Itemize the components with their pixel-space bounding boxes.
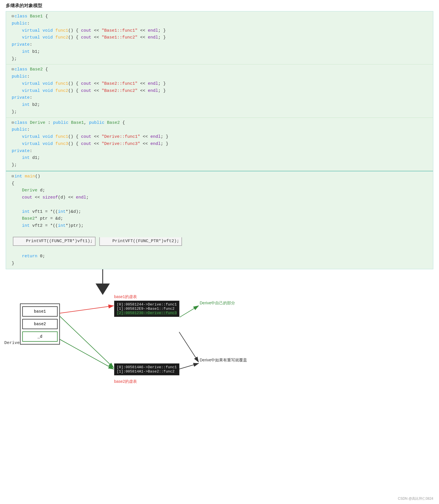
code-line: PrintVFT((FUNC_PTR*)vft1);	[13, 237, 96, 246]
vft2-row1: [1]:005814A1->Base2::func2	[117, 369, 177, 374]
code-line: virtual void func1() { cout << "Base2::f…	[12, 80, 430, 88]
vft2-label: base2的虚表	[114, 379, 137, 384]
mem-base1: base1	[22, 306, 58, 317]
svg-line-8	[180, 306, 199, 317]
svg-line-6	[60, 316, 114, 368]
code-line: private:	[12, 94, 430, 102]
code-line	[12, 201, 430, 209]
code-line: public:	[12, 20, 430, 27]
mem-d: _d	[22, 331, 58, 342]
vft1-row1: [1]:005812E9->Base1::func2	[117, 307, 177, 311]
svg-line-10	[179, 363, 199, 369]
svg-marker-1	[96, 284, 110, 295]
code-line: };	[12, 56, 430, 63]
vft1-table: [0]:00581244->Derive::func1 [1]:005812E9…	[114, 301, 179, 317]
code-block-base1: ⊟class Base1 { public: virtual void func…	[6, 11, 433, 64]
svg-line-9	[179, 332, 199, 362]
code-line: virtual void func1() { cout << "Base1::f…	[12, 27, 430, 35]
vft1-label: base1的虚表	[114, 294, 137, 299]
code-line: ⊟class Derive : public Base1, public Bas…	[12, 120, 430, 127]
svg-line-5	[60, 306, 114, 313]
code-line: virtual void func2() { cout << "Base2::f…	[12, 88, 430, 95]
code-line: ⊟int main()	[12, 173, 430, 180]
code-line: ⊟class Base1 {	[12, 13, 430, 20]
code-block-main: ⊟int main() { Derive d; cout << sizeof(d…	[6, 171, 433, 269]
code-block-base2: ⊟class Base2 { public: virtual void func…	[6, 64, 433, 118]
code-line: ⊟class Base2 {	[12, 66, 430, 73]
memory-outer: base1 base2 _d	[20, 303, 60, 345]
code-line: private:	[12, 148, 430, 155]
svg-line-7	[60, 339, 114, 369]
footer: CSDN @高比拜仁0824	[398, 496, 433, 501]
code-line: };	[12, 109, 430, 116]
code-line: virtual void func2() { cout << "Base1::f…	[12, 34, 430, 41]
overwrite-label: Derive中如果有重写就覆盖	[200, 358, 247, 363]
derive-own-label: Derive中自己的部分	[200, 301, 235, 306]
code-line: virtual void func1() { cout << "Derive::…	[12, 133, 430, 141]
vft2-table: [0]:005814A6->Derive::func1 [1]:005814A1…	[114, 363, 179, 375]
memory-layout-container: Derive base1 base2 _d	[20, 303, 60, 345]
derive-label: Derive	[4, 341, 20, 345]
code-line: int d1;	[12, 155, 430, 162]
code-line: Derive d;	[12, 187, 430, 194]
code-line: {	[12, 180, 430, 187]
diagram-section: Derive base1 base2 _d [0]:00581244->Deri…	[6, 275, 433, 452]
code-line: int vft1 = *((int*)&d);	[12, 209, 430, 216]
code-line: int b2;	[12, 102, 430, 109]
code-block-derive: ⊟class Derive : public Base1, public Bas…	[6, 118, 433, 171]
down-arrow	[86, 269, 143, 298]
code-line: public:	[12, 73, 430, 80]
code-section: ⊟class Base1 { public: virtual void func…	[6, 11, 433, 269]
code-line: }	[12, 260, 430, 267]
code-line	[12, 246, 430, 253]
mem-base2: base2	[22, 319, 58, 329]
code-line: public:	[12, 126, 430, 133]
vft2-row0: [0]:005814A6->Derive::func1	[117, 365, 177, 369]
code-line: return 0;	[12, 253, 430, 260]
code-line: };	[12, 162, 430, 169]
code-line: PrintVFT((FUNC_PTR*)vft2);	[99, 237, 182, 246]
page-title: 多继承的对象模型	[0, 0, 439, 11]
code-line: private:	[12, 41, 430, 48]
code-line: int vft2 = *((int*)ptr);	[12, 222, 430, 230]
code-line	[12, 230, 430, 237]
vft1-row2: [2]:00581230->Derive::func3	[117, 311, 177, 315]
code-line: Base2* ptr = &d;	[12, 215, 430, 222]
vft1-row0: [0]:00581244->Derive::func1	[117, 302, 177, 307]
code-line: virtual void func3() { cout << "Derive::…	[12, 141, 430, 148]
code-line: int b1;	[12, 48, 430, 56]
code-line: cout << sizeof(d) << endl;	[12, 194, 430, 201]
